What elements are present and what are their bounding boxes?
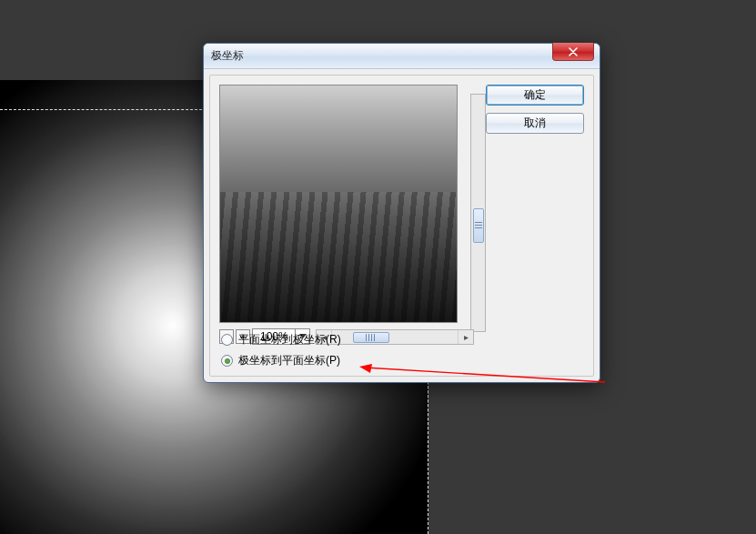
option-polar-to-rect[interactable]: 极坐标到平面坐标(P) bbox=[221, 353, 341, 368]
dialog-titlebar[interactable]: 极坐标 bbox=[204, 44, 600, 69]
radio-icon bbox=[221, 334, 233, 346]
conversion-options: 平面坐标到极坐标(R) 极坐标到平面坐标(P) bbox=[221, 332, 341, 368]
radio-icon bbox=[221, 355, 233, 367]
scrollbar-grip-icon bbox=[366, 334, 375, 341]
filter-preview[interactable] bbox=[219, 85, 458, 323]
option-label: 平面坐标到极坐标(R) bbox=[238, 332, 341, 348]
preview-vertical-scrollbar[interactable] bbox=[470, 94, 486, 332]
dialog-title: 极坐标 bbox=[211, 48, 244, 64]
preview-texture bbox=[220, 192, 457, 322]
close-icon bbox=[569, 47, 578, 56]
ok-button-label: 确定 bbox=[524, 87, 546, 103]
cancel-button[interactable]: 取消 bbox=[486, 113, 584, 134]
option-label: 极坐标到平面坐标(P) bbox=[238, 353, 340, 368]
polar-coordinates-dialog: 极坐标 − + 100% bbox=[203, 43, 600, 383]
scroll-right-button[interactable]: ▸ bbox=[458, 330, 473, 344]
preview-area: − + 100% ◂ ▸ bbox=[219, 85, 474, 345]
dialog-body: − + 100% ◂ ▸ 确定 bbox=[209, 75, 594, 377]
cancel-button-label: 取消 bbox=[524, 116, 546, 131]
dialog-action-buttons: 确定 取消 bbox=[486, 85, 584, 134]
option-rect-to-polar[interactable]: 平面坐标到极坐标(R) bbox=[221, 332, 341, 348]
close-button[interactable] bbox=[552, 43, 594, 61]
ok-button[interactable]: 确定 bbox=[486, 85, 584, 106]
scrollbar-grip-icon bbox=[475, 222, 482, 229]
